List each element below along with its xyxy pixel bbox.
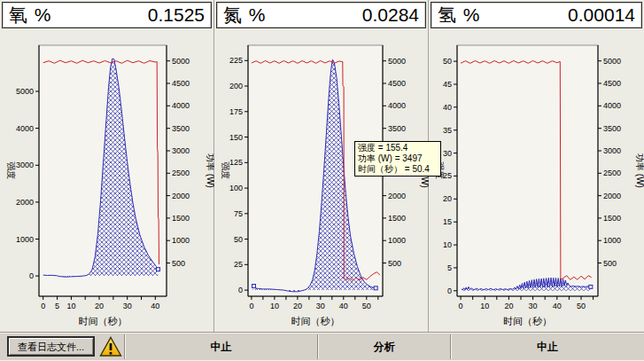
svg-text:1000: 1000 (172, 236, 190, 245)
svg-text:75: 75 (234, 209, 243, 218)
abort-left-section[interactable]: 中止 (124, 334, 317, 359)
svg-text:2000: 2000 (16, 198, 34, 207)
svg-text:2500: 2500 (172, 169, 190, 177)
svg-text:10: 10 (270, 302, 279, 310)
svg-text:功率 (W): 功率 (W) (635, 153, 644, 188)
svg-text:1000: 1000 (16, 235, 34, 244)
svg-text:5000: 5000 (16, 87, 34, 96)
view-log-file-button[interactable]: 查看日志文件... (7, 336, 95, 357)
svg-text:5000: 5000 (603, 57, 621, 66)
svg-text:25: 25 (234, 260, 243, 269)
svg-text:50: 50 (234, 235, 243, 244)
svg-text:2500: 2500 (603, 169, 621, 177)
nitrogen-value: 0.0284 (362, 4, 419, 26)
svg-text:强度: 强度 (6, 162, 16, 180)
svg-text:2000: 2000 (388, 192, 406, 200)
svg-text:3500: 3500 (172, 124, 190, 133)
oxygen-panel: 氧 % 0.1525 01000200030004000500050010001… (0, 0, 214, 333)
svg-text:时间（秒）: 时间（秒） (291, 316, 340, 326)
svg-text:0: 0 (459, 302, 463, 310)
svg-text:40: 40 (553, 302, 562, 310)
nitrogen-label: 氮 % (223, 3, 267, 27)
svg-text:35: 35 (443, 126, 452, 135)
svg-text:40: 40 (339, 302, 348, 310)
nitrogen-intensity-chart[interactable]: 0255075100125150175200225500100015002000… (214, 29, 428, 333)
hydrogen-chart-svg: 0510152025303540455050010001500200025003… (429, 29, 644, 333)
svg-text:3500: 3500 (388, 124, 406, 133)
oxygen-result-readout: 氧 % 0.1525 (2, 2, 212, 28)
nitrogen-chart-svg: 0255075100125150175200225500100015002000… (214, 29, 429, 333)
nitrogen-result-readout: 氮 % 0.0284 (216, 2, 426, 28)
warning-icon[interactable] (99, 336, 122, 357)
svg-text:4500: 4500 (172, 79, 190, 88)
svg-text:功率 (W): 功率 (W) (206, 153, 214, 188)
svg-text:0: 0 (238, 286, 243, 294)
svg-text:50: 50 (577, 302, 586, 310)
svg-text:125: 125 (229, 158, 243, 167)
svg-text:20: 20 (504, 302, 513, 310)
svg-text:4500: 4500 (603, 79, 621, 88)
svg-text:4000: 4000 (388, 101, 406, 110)
svg-text:时间（秒）: 时间（秒） (503, 316, 552, 326)
svg-text:50: 50 (443, 57, 452, 66)
svg-text:30: 30 (316, 302, 325, 310)
hydrogen-result-readout: 氢 % 0.00014 (431, 2, 642, 28)
svg-text:20: 20 (293, 302, 302, 310)
svg-text:1500: 1500 (603, 214, 621, 223)
svg-text:40: 40 (151, 302, 159, 310)
status-bar: 查看日志文件... 中止 分析 中止 (0, 332, 644, 361)
svg-text:2000: 2000 (603, 192, 621, 200)
status-sections: 中止 分析 中止 (124, 334, 644, 359)
svg-text:3000: 3000 (16, 161, 34, 169)
svg-text:15: 15 (443, 217, 452, 226)
svg-text:10: 10 (66, 302, 75, 310)
svg-text:500: 500 (172, 259, 185, 268)
svg-text:2000: 2000 (172, 192, 190, 200)
svg-text:0: 0 (29, 271, 34, 280)
svg-text:3000: 3000 (603, 146, 621, 155)
svg-text:5: 5 (447, 263, 452, 272)
panels-row: 氧 % 0.1525 01000200030004000500050010001… (0, 0, 644, 333)
svg-text:100: 100 (229, 184, 243, 192)
svg-text:0: 0 (41, 302, 45, 310)
svg-text:30: 30 (443, 149, 452, 158)
svg-text:1000: 1000 (603, 236, 621, 245)
tooltip-intensity-line: 强度 = 155.4 (358, 143, 438, 153)
svg-text:4000: 4000 (16, 124, 34, 133)
svg-text:4500: 4500 (388, 79, 406, 88)
svg-text:时间（秒）: 时间（秒） (79, 316, 128, 326)
hydrogen-intensity-chart[interactable]: 0510152025303540455050010001500200025003… (429, 29, 644, 333)
svg-text:10: 10 (443, 240, 452, 249)
svg-text:200: 200 (229, 82, 243, 90)
abort-right-section[interactable]: 中止 (450, 334, 644, 359)
svg-text:225: 225 (229, 56, 243, 65)
svg-text:500: 500 (388, 259, 401, 268)
svg-text:10: 10 (480, 302, 489, 310)
svg-text:20: 20 (95, 302, 104, 310)
svg-text:45: 45 (443, 80, 452, 89)
svg-text:500: 500 (603, 259, 617, 268)
oxygen-value: 0.1525 (148, 4, 205, 26)
svg-text:50: 50 (362, 302, 371, 310)
gas-analyzer-window: 氧 % 0.1525 01000200030004000500050010001… (0, 0, 644, 361)
svg-text:3000: 3000 (172, 146, 190, 155)
hydrogen-panel: 氢 % 0.00014 0510152025303540455050010001… (429, 0, 644, 333)
oxygen-intensity-chart[interactable]: 0100020003000400050005001000150020002500… (0, 29, 213, 333)
svg-text:5000: 5000 (388, 57, 406, 66)
svg-text:5000: 5000 (172, 57, 190, 66)
hydrogen-value: 0.00014 (568, 4, 635, 26)
hydrogen-label: 氢 % (438, 3, 481, 27)
tooltip-time-line: 时间（秒） = 50.4 (358, 164, 438, 175)
analyze-section[interactable]: 分析 (317, 334, 450, 359)
svg-text:强度: 强度 (221, 162, 230, 180)
tooltip-power-line: 功率 (W) = 3497 (358, 153, 438, 164)
svg-text:1000: 1000 (388, 236, 406, 245)
svg-text:30: 30 (123, 302, 132, 310)
svg-text:0: 0 (249, 302, 253, 310)
graph-cursor-tooltip: 强度 = 155.4 功率 (W) = 3497 时间（秒） = 50.4 (354, 141, 441, 177)
svg-text:4000: 4000 (603, 101, 621, 110)
oxygen-label: 氧 % (9, 3, 52, 27)
svg-text:0: 0 (447, 286, 452, 295)
svg-text:3500: 3500 (603, 124, 621, 133)
svg-text:20: 20 (443, 194, 452, 203)
